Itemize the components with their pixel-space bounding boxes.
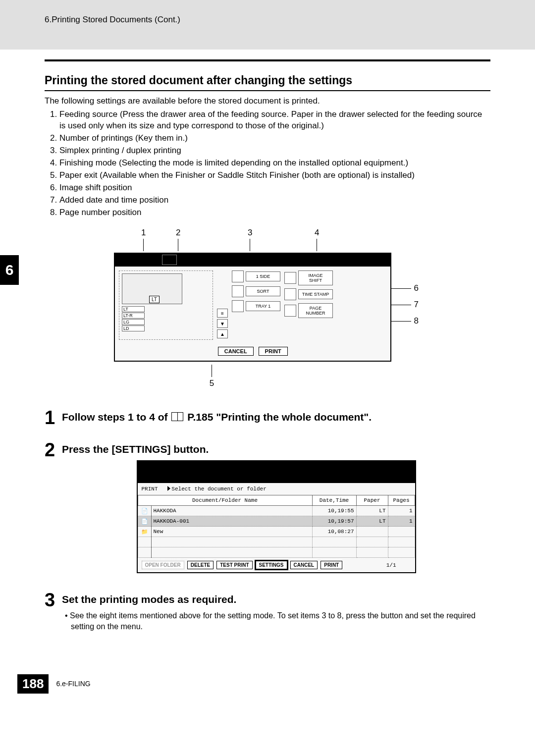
list-item: Page number position (59, 207, 490, 218)
chapter-tab: 6 (0, 255, 19, 285)
paper-size: LG (122, 319, 145, 325)
paper-size: LT (122, 306, 145, 312)
step-title-text: Follow steps 1 to 4 of (62, 411, 170, 423)
column-header: Date,Time (312, 495, 356, 506)
book-reference-icon (171, 412, 183, 421)
step-number: 2 (45, 440, 62, 578)
callout-number: 6 (414, 283, 418, 293)
section-intro: The following settings are available bef… (45, 96, 490, 106)
list-item: Simplex printing / duplex printing (59, 145, 490, 157)
step-title: Press the [SETTINGS] button. (62, 443, 490, 455)
selected-paper: LT (149, 296, 160, 303)
step-note: See the eight items mentioned above for … (62, 610, 490, 632)
tray-button[interactable]: TRAY 1 (246, 301, 280, 311)
table-row-empty (138, 537, 415, 547)
duplex-button[interactable]: 1 SIDE (246, 271, 280, 281)
cell-name: HAKKODA (151, 506, 312, 516)
rule (45, 59, 490, 61)
mode-buttons-col-a: 1 SIDE SORT TRAY 1 (232, 270, 280, 340)
time-stamp-button[interactable]: TIME STAMP (298, 289, 333, 299)
cell-pages: 1 (388, 516, 415, 527)
section-title: Printing the stored document after chang… (45, 74, 490, 91)
page-indicator: 1/1 (386, 562, 411, 568)
footer-text: 6.e-FILING (56, 680, 90, 688)
cancel-button[interactable]: CANCEL (290, 561, 318, 569)
list-item: Number of printings (Key them in.) (59, 133, 490, 144)
cell-datetime: 10,08:27 (312, 527, 356, 537)
open-folder-button: OPEN FOLDER (142, 561, 184, 569)
list-item: Finishing mode (Selecting the mode is li… (59, 158, 490, 169)
image-shift-button[interactable]: IMAGE SHIFT (298, 270, 333, 285)
list-icon[interactable]: ≡ (217, 309, 228, 318)
breadcrumb: 6.Printing Stored Documents (Cont.) (45, 15, 180, 24)
cell-datetime: 10,19:55 (312, 506, 356, 516)
panel-titlebar (115, 254, 390, 267)
callout-number: 2 (176, 228, 180, 237)
step-number: 1 (45, 408, 62, 428)
column-header: Document/Folder Name (138, 495, 312, 506)
settings-list: Feeding source (Press the drawer area of… (45, 109, 490, 218)
document-icon: 📄 (138, 506, 151, 516)
list-item: Added date and time position (59, 195, 490, 206)
callouts-bottom: 5 (2, 365, 421, 388)
callout-number: 7 (414, 300, 418, 310)
cell-pages (388, 527, 415, 537)
copies-icon (162, 255, 177, 265)
cell-paper (356, 527, 388, 537)
arrow-controls: ≡ ▼ ▲ (217, 270, 228, 340)
document-table: Document/Folder Name Date,Time Paper Pag… (138, 495, 415, 558)
page-number: 188 (17, 674, 49, 694)
callout-number: 3 (248, 228, 252, 237)
step-3: 3 Set the printing modes as required. Se… (45, 591, 490, 632)
page-header: 6.Printing Stored Documents (Cont.) (0, 0, 535, 50)
cancel-button[interactable]: CANCEL (218, 347, 254, 356)
step-number: 3 (45, 591, 62, 632)
paper-size: LT-R (122, 313, 145, 319)
cell-paper: LT (356, 506, 388, 516)
print-button[interactable]: PRINT (321, 561, 342, 569)
list-item: Feeding source (Press the drawer area of… (59, 109, 490, 132)
down-arrow-icon[interactable]: ▼ (217, 319, 228, 328)
page-number-button[interactable]: PAGE NUMBER (298, 303, 333, 318)
document-list-panel: PRINT Select the document or folder Docu… (137, 460, 416, 573)
settings-button[interactable]: SETTINGS (256, 561, 287, 569)
callout-number: 1 (141, 228, 146, 237)
step-title: Follow steps 1 to 4 of P.185 "Printing t… (62, 411, 490, 423)
cell-pages: 1 (388, 506, 415, 516)
cell-datetime: 10,19:57 (312, 516, 356, 527)
paper-size: LD (122, 325, 145, 331)
callouts-right: 6 7 8 (391, 253, 421, 362)
table-row[interactable]: 📁 New 10,08:27 (138, 527, 415, 537)
list-item: Paper exit (Available when the Finisher … (59, 170, 490, 181)
finishing-button[interactable]: SORT (246, 286, 280, 296)
up-arrow-icon[interactable]: ▲ (217, 329, 228, 338)
step-1: 1 Follow steps 1 to 4 of P.185 "Printing… (45, 408, 490, 428)
step-2: 2 Press the [SETTINGS] button. PRINT Sel… (45, 440, 490, 578)
print-button[interactable]: PRINT (259, 347, 288, 356)
table-row[interactable]: 📄 HAKKODA 10,19:55 LT 1 (138, 506, 415, 516)
figure-settings-panel: 1 2 3 4 LT LT-R LG LD (114, 228, 421, 388)
page-content: Printing the stored document after chang… (0, 50, 535, 632)
duplex-icon (232, 270, 244, 282)
page-footer: 188 6.e-FILING (0, 645, 535, 703)
panel-button-row: OPEN FOLDER DELETE TEST PRINT SETTINGS C… (138, 558, 415, 572)
table-row-empty (138, 547, 415, 558)
image-shift-icon (284, 272, 296, 284)
test-print-button[interactable]: TEST PRINT (216, 561, 252, 569)
step-title: Set the printing modes as required. (62, 594, 490, 605)
page-number-icon (284, 305, 296, 317)
mode-buttons-col-b: IMAGE SHIFT TIME STAMP PAGE NUMBER (284, 270, 333, 340)
step-title-text: P.185 "Printing the whole document". (187, 411, 372, 423)
delete-button[interactable]: DELETE (187, 561, 214, 569)
time-stamp-icon (284, 288, 296, 300)
finishing-icon (232, 285, 244, 297)
list-item: Image shift position (59, 182, 490, 194)
column-header: Pages (388, 495, 415, 506)
drawer-area[interactable]: LT LT-R LG LD LT (119, 270, 213, 340)
cell-name: HAKKODA-001 (151, 516, 312, 527)
triangle-right-icon (167, 486, 170, 491)
document-icon: 📄 (138, 516, 151, 527)
table-row-selected[interactable]: 📄 HAKKODA-001 10,19:57 LT 1 (138, 516, 415, 527)
mode-label: PRINT (142, 486, 158, 492)
callout-number: 5 (210, 378, 214, 388)
